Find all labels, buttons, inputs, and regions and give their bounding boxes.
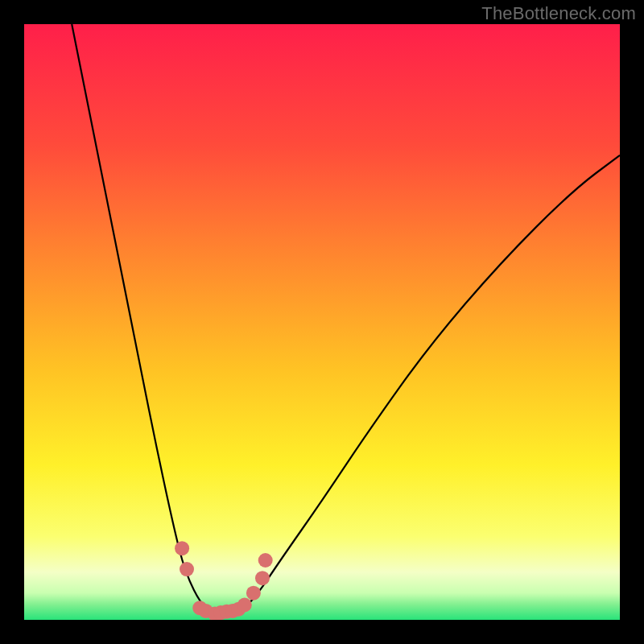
chart-svg	[24, 24, 620, 620]
watermark: TheBottleneck.com	[481, 3, 636, 24]
data-marker	[237, 598, 252, 613]
data-marker	[180, 562, 194, 576]
data-marker	[246, 586, 261, 601]
plot-area	[24, 24, 620, 620]
chart-frame: TheBottleneck.com	[0, 0, 644, 644]
data-marker	[175, 541, 189, 555]
bottleneck-curve	[72, 24, 620, 616]
data-marker	[258, 553, 273, 568]
data-marker	[255, 571, 270, 585]
